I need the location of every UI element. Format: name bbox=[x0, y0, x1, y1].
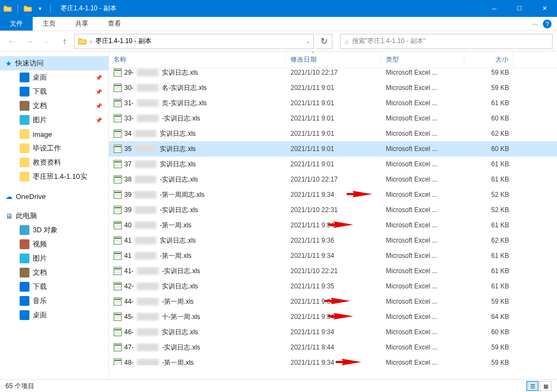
file-name: 41- bbox=[124, 267, 134, 275]
svg-rect-50 bbox=[114, 255, 121, 256]
tab-home[interactable]: 主页 bbox=[33, 17, 65, 31]
file-row[interactable]: 30-名-实训日志.xls 2021/1/11 9:01 Microsoft E… bbox=[109, 80, 557, 95]
ribbon-collapse-icon[interactable]: ︿ bbox=[532, 19, 538, 28]
details-view-button[interactable]: ☰ bbox=[526, 381, 538, 391]
file-tab[interactable]: 文件 bbox=[0, 17, 33, 31]
file-row[interactable]: 33--实训日志.xls 2021/1/11 9:01 Microsoft Ex… bbox=[109, 111, 557, 126]
file-type: Microsoft Excel ... bbox=[382, 114, 464, 122]
folder-open-icon[interactable] bbox=[23, 4, 32, 13]
file-date: 2021/1/11 9:34 bbox=[286, 328, 382, 336]
column-name[interactable]: 名称 bbox=[109, 52, 286, 68]
svg-rect-21 bbox=[114, 146, 121, 147]
arrow-annotation bbox=[327, 220, 353, 230]
onedrive-header[interactable]: ☁ OneDrive bbox=[0, 189, 108, 203]
svg-rect-58 bbox=[114, 286, 121, 286]
sidebar-item[interactable]: 教资资料 bbox=[0, 155, 108, 170]
back-button[interactable]: ← bbox=[4, 34, 20, 49]
this-pc-header[interactable]: 🖥 此电脑 bbox=[0, 209, 108, 223]
file-row[interactable]: 48--第一周.xls 2021/1/11 9:34 Microsoft Exc… bbox=[109, 355, 557, 365]
sidebar-item[interactable]: 下载 bbox=[0, 280, 108, 294]
file-row[interactable]: 31-页-实训日志.xls 2021/1/11 9:01 Microsoft E… bbox=[109, 95, 557, 111]
sidebar-item[interactable]: 下载📌 bbox=[0, 85, 108, 99]
sidebar-item[interactable]: 枣庄班1.4-1.10实 bbox=[0, 170, 108, 184]
file-row[interactable]: 38-实训日志.xls 2021/1/10 22:17 Microsoft Ex… bbox=[109, 172, 557, 187]
xls-icon bbox=[113, 251, 122, 260]
up-button[interactable]: ↑ bbox=[57, 34, 72, 49]
sidebar-item[interactable]: 视频 bbox=[0, 237, 108, 251]
address-bar[interactable]: › 枣庄1.4-1.10 - 副本 ⌄ bbox=[74, 34, 314, 49]
file-row[interactable]: 42-实训日志.xls 2021/1/11 9:35 Microsoft Exc… bbox=[109, 279, 557, 294]
sidebar-item-label: 图片 bbox=[33, 254, 47, 263]
blurred-text bbox=[135, 252, 156, 260]
file-name: 29- bbox=[124, 69, 134, 76]
item-count: 65 个项目 bbox=[5, 382, 34, 391]
history-chevron-icon[interactable]: ⌄ bbox=[39, 34, 55, 49]
column-date[interactable]: 修改日期 bbox=[286, 52, 382, 68]
qa-chevron-icon[interactable]: ▾ bbox=[35, 5, 45, 11]
blurred-text bbox=[137, 359, 159, 365]
file-name: 48- bbox=[124, 359, 134, 365]
blurred-text bbox=[135, 237, 156, 244]
file-row[interactable]: 35实训日志.xls 2021/1/11 9:01 Microsoft Exce… bbox=[109, 141, 557, 156]
maximize-button[interactable]: ☐ bbox=[507, 0, 532, 17]
path-dropdown-icon[interactable]: ⌄ bbox=[306, 38, 310, 44]
sidebar-item[interactable]: 桌面 bbox=[0, 308, 108, 322]
thumbnails-view-button[interactable]: ▦ bbox=[540, 381, 552, 391]
file-name: 41 bbox=[124, 252, 131, 260]
tab-share[interactable]: 共享 bbox=[65, 17, 98, 31]
file-row[interactable]: 39-实训日志.xls 2021/1/10 22:31 Microsoft Ex… bbox=[109, 202, 557, 218]
sidebar-item[interactable]: 文档 bbox=[0, 266, 108, 280]
sidebar-item-label: 文档 bbox=[33, 101, 47, 111]
refresh-button[interactable]: ↻ bbox=[316, 34, 332, 49]
svg-rect-38 bbox=[114, 209, 121, 210]
file-date: 2021/1/11 9:01 bbox=[286, 99, 382, 107]
file-type: Microsoft Excel ... bbox=[382, 328, 464, 336]
file-row[interactable]: 41-第一周.xls 2021/1/11 9:34 Microsoft Exce… bbox=[109, 248, 557, 263]
column-size[interactable]: 大小 bbox=[464, 52, 513, 68]
file-type: Microsoft Excel ... bbox=[382, 160, 464, 168]
file-row[interactable]: 34实训日志.xls 2021/1/11 9:01 Microsoft Exce… bbox=[109, 126, 557, 141]
tab-view[interactable]: 查看 bbox=[98, 17, 131, 31]
file-row[interactable]: 41实训日志.xls 2021/1/11 9:36 Microsoft Exce… bbox=[109, 233, 557, 248]
file-row[interactable]: 46-实训日志.xls 2021/1/11 9:34 Microsoft Exc… bbox=[109, 324, 557, 340]
sidebar-item[interactable]: 毕设工作 bbox=[0, 141, 108, 155]
column-type[interactable]: 类型 bbox=[382, 52, 464, 68]
file-date: 2021/1/11 9:01 bbox=[286, 145, 382, 153]
svg-rect-45 bbox=[114, 238, 121, 239]
quick-access-header[interactable]: ★ 快速访问 bbox=[0, 56, 108, 70]
sidebar-item[interactable]: 音乐 bbox=[0, 294, 108, 308]
file-date: 2021/1/11 9:35 bbox=[286, 282, 382, 290]
file-row[interactable]: 39-第一周周志.xls 2021/1/11 9:34 Microsoft Ex… bbox=[109, 187, 557, 202]
sidebar-item[interactable]: 图片 bbox=[0, 251, 108, 266]
sidebar-item[interactable]: 图片📌 bbox=[0, 113, 108, 127]
sort-asc-icon: ⌃ bbox=[311, 52, 315, 57]
close-button[interactable]: ✕ bbox=[532, 0, 557, 17]
file-row[interactable]: 29-实训日志.xls 2021/1/10 22:17 Microsoft Ex… bbox=[109, 68, 557, 80]
file-row[interactable]: 41--实训日志.xls 2021/1/10 22:21 Microsoft E… bbox=[109, 263, 557, 279]
sidebar-item[interactable]: 文档📌 bbox=[0, 99, 108, 113]
xls-icon bbox=[113, 144, 122, 153]
file-row[interactable]: 44--第一周.xls 2021/1/11 9:34 Microsoft Exc… bbox=[109, 294, 557, 309]
sidebar-item[interactable]: 3D 对象 bbox=[0, 223, 108, 237]
file-type: Microsoft Excel ... bbox=[382, 206, 464, 214]
sidebar-item[interactable]: image bbox=[0, 127, 108, 141]
svg-rect-18 bbox=[114, 133, 121, 134]
search-input[interactable]: ⌕ 搜索"枣庄1.4-1.10 - 副本" bbox=[340, 34, 553, 49]
file-size: 52 KB bbox=[464, 191, 513, 198]
file-row[interactable]: 47--实训日志.xls 2021/1/11 8:44 Microsoft Ex… bbox=[109, 340, 557, 355]
help-icon[interactable]: ? bbox=[543, 20, 552, 28]
file-row[interactable]: 37实训日志.xls 2021/1/11 9:01 Microsoft Exce… bbox=[109, 156, 557, 172]
file-date: 2021/1/11 9:01 bbox=[286, 84, 382, 92]
svg-rect-10 bbox=[114, 102, 121, 103]
svg-rect-42 bbox=[114, 225, 121, 225]
folder-icon bbox=[20, 310, 29, 320]
file-row[interactable]: 45-十-第一周.xls 2021/1/11 9:34 Microsoft Ex… bbox=[109, 309, 557, 324]
sidebar-item[interactable]: 桌面📌 bbox=[0, 70, 108, 85]
file-row[interactable]: 40-第一周.xls 2021/1/11 9:34 Microsoft Exce… bbox=[109, 218, 557, 233]
minimize-button[interactable]: ─ bbox=[482, 0, 507, 17]
file-type: Microsoft Excel ... bbox=[382, 282, 464, 290]
blurred-text bbox=[137, 99, 159, 107]
forward-button[interactable]: → bbox=[22, 34, 37, 49]
path-segment[interactable]: 枣庄1.4-1.10 - 副本 bbox=[95, 37, 152, 46]
file-name: 33- bbox=[124, 114, 134, 122]
